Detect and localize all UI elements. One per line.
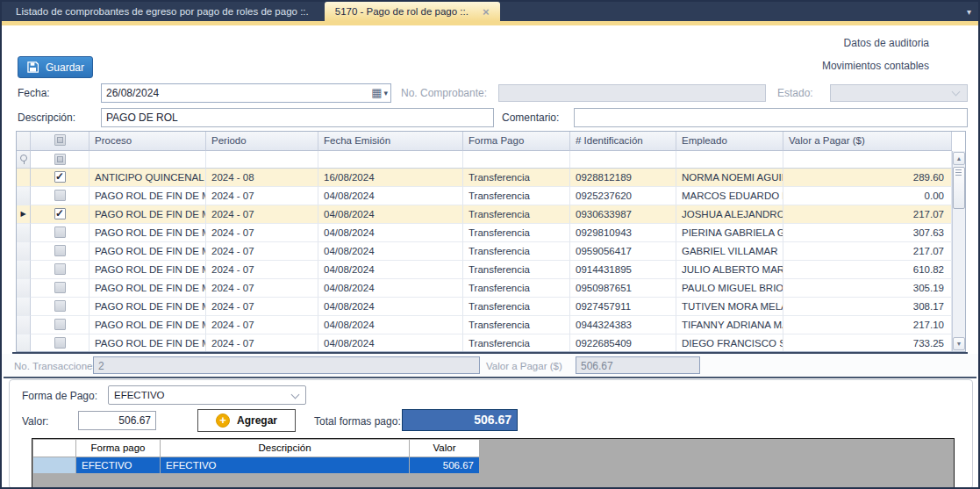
filter-checkbox-cell[interactable] — [31, 151, 89, 169]
table-row[interactable]: PAGO ROL DE FIN DE ME...2024 - 0704/08/2… — [17, 187, 952, 205]
save-button[interactable]: Guardar — [18, 56, 93, 78]
row-checkbox-cell[interactable] — [31, 224, 89, 242]
row-checkbox-cell[interactable]: ✓ — [31, 169, 89, 187]
row-checkbox-cell[interactable] — [31, 242, 89, 261]
cell-fecha-emision: 04/08/2024 — [318, 316, 463, 334]
row-checkbox[interactable] — [54, 263, 66, 275]
payment-table: Forma pagoDescripciónValor EFECTIVOEFECT… — [32, 438, 955, 489]
tab-pago-rol-active[interactable]: 5170 - Pago de rol de pago ::. × — [325, 2, 500, 21]
calendar-dropdown-icon[interactable]: ▾ — [383, 84, 388, 102]
tab-listado-comprobantes[interactable]: Listado de comprobantes de egreso por pa… — [2, 2, 325, 21]
cell-periodo: 2024 - 07 — [206, 187, 318, 205]
payment-cell-descripcion: EFECTIVO — [161, 457, 409, 473]
column-header-4[interactable]: Forma Pago — [463, 132, 570, 151]
column-header-2[interactable]: Periodo — [206, 132, 318, 151]
totals-strip: No. Transacciones 2 Valor a Pagar ($) 50… — [2, 354, 978, 377]
agregar-button[interactable]: + Agregar — [197, 409, 296, 432]
column-header-5[interactable]: # Identificación — [570, 132, 676, 151]
tab-overflow-caret-icon[interactable]: ▾ — [960, 2, 978, 21]
table-row[interactable]: PAGO ROL DE FIN DE ME...2024 - 0704/08/2… — [17, 224, 952, 242]
table-row[interactable]: ✓ANTICIPO QUINCENAL d...2024 - 0816/08/2… — [17, 169, 952, 187]
valor-value: 506.67 — [118, 414, 151, 427]
cell-empleado: NORMA NOEMI AGUILAR... — [676, 169, 783, 187]
cell-identificacion: 0914431895 — [570, 261, 676, 279]
filter-cell-4[interactable] — [463, 151, 570, 169]
cell-empleado: DIEGO FRANCISCO SAN... — [676, 334, 783, 352]
table-row[interactable]: PAGO ROL DE FIN DE ME...2024 - 0704/08/2… — [17, 298, 952, 316]
transacciones-value: 2 — [98, 360, 104, 372]
fecha-label: Fecha: — [18, 83, 50, 103]
row-indicator — [17, 224, 31, 242]
valor-input[interactable]: 506.67 — [78, 411, 156, 430]
filter-cell-7[interactable] — [783, 151, 952, 169]
table-row[interactable]: PAGO ROL DE FIN DE ME...2024 - 0704/08/2… — [17, 334, 952, 352]
cell-fecha-emision: 04/08/2024 — [318, 279, 463, 298]
column-header-3[interactable]: Fecha Emisión — [318, 132, 463, 151]
row-checkbox-cell[interactable] — [31, 316, 89, 334]
payment-table-row[interactable]: EFECTIVOEFECTIVO506.67 — [32, 457, 954, 473]
select-all-checkbox[interactable] — [54, 134, 66, 146]
row-checkbox[interactable] — [54, 190, 66, 201]
filter-cell-6[interactable] — [676, 151, 783, 169]
audit-data-link[interactable]: Datos de auditoria — [822, 37, 929, 49]
table-row[interactable]: PAGO ROL DE FIN DE ME...2024 - 0704/08/2… — [17, 242, 952, 261]
cell-valor: 733.25 — [783, 334, 952, 352]
cell-proceso: PAGO ROL DE FIN DE ME... — [89, 334, 206, 352]
row-checkbox-cell[interactable]: ✓ — [31, 205, 89, 224]
table-row[interactable]: ▶✓PAGO ROL DE FIN DE ME...2024 - 0704/08… — [17, 205, 952, 224]
row-checkbox[interactable] — [54, 227, 66, 238]
row-checkbox[interactable] — [54, 319, 66, 330]
cell-periodo: 2024 - 07 — [206, 316, 318, 334]
cell-identificacion: 0925237620 — [570, 187, 676, 205]
top-links: Datos de auditoria Movimientos contables — [822, 37, 929, 83]
tab-bar: Listado de comprobantes de egreso por pa… — [2, 2, 978, 21]
filter-checkbox[interactable] — [54, 154, 66, 165]
filter-cell-3[interactable] — [318, 151, 463, 169]
row-checkbox[interactable] — [54, 337, 66, 349]
row-checkbox[interactable] — [54, 245, 66, 256]
column-header-6[interactable]: Empleado — [676, 132, 783, 151]
row-checkbox-cell[interactable] — [31, 187, 89, 205]
table-row[interactable]: PAGO ROL DE FIN DE ME...2024 - 0704/08/2… — [17, 316, 952, 334]
table-row[interactable]: PAGO ROL DE FIN DE ME...2024 - 0704/08/2… — [17, 261, 952, 279]
cell-identificacion: 0929810943 — [570, 224, 676, 242]
filter-cell-2[interactable] — [206, 151, 318, 169]
payment-table-body: EFECTIVOEFECTIVO506.67 — [32, 457, 954, 473]
grid-filter-row[interactable] — [17, 151, 952, 169]
total-formas-value: 506.67 — [402, 409, 518, 431]
accounting-movements-link[interactable]: Movimientos contables — [822, 60, 929, 72]
fecha-input[interactable]: 26/08/2024 ▦ ▾ — [101, 83, 391, 103]
close-tab-icon[interactable]: × — [483, 6, 490, 18]
column-header-1[interactable]: Proceso — [89, 132, 206, 151]
filter-cell-1[interactable] — [89, 151, 206, 169]
scroll-down-icon[interactable]: ▼ — [953, 337, 965, 350]
row-indicator — [17, 298, 31, 316]
descripcion-input[interactable]: PAGO DE ROL — [101, 108, 494, 127]
table-row[interactable]: PAGO ROL DE FIN DE ME...2024 - 0704/08/2… — [17, 279, 952, 298]
cell-proceso: PAGO ROL DE FIN DE ME... — [89, 242, 206, 261]
row-indicator — [17, 316, 31, 334]
comentario-input[interactable] — [574, 108, 968, 127]
row-checkbox-cell[interactable] — [31, 261, 89, 279]
cell-periodo: 2024 - 08 — [206, 169, 318, 187]
row-checkbox[interactable]: ✓ — [54, 208, 66, 219]
row-checkbox-cell[interactable] — [31, 334, 89, 352]
cell-proceso: PAGO ROL DE FIN DE ME... — [89, 279, 206, 298]
cell-valor: 289.60 — [783, 169, 952, 187]
calendar-icon[interactable]: ▦ — [371, 84, 382, 102]
scroll-up-icon[interactable]: ▲ — [953, 152, 965, 165]
estado-select — [830, 84, 968, 102]
cell-identificacion: 0927457911 — [570, 298, 676, 316]
forma-pago-select[interactable]: EFECTIVO — [108, 385, 306, 405]
row-checkbox-cell[interactable] — [31, 298, 89, 316]
row-checkbox[interactable]: ✓ — [54, 171, 66, 183]
filter-pin-icon — [20, 155, 26, 164]
row-checkbox[interactable] — [54, 282, 66, 293]
row-checkbox-cell[interactable] — [31, 279, 89, 298]
cell-proceso: PAGO ROL DE FIN DE ME... — [89, 261, 206, 279]
column-header-7[interactable]: Valor a Pagar ($) — [783, 132, 952, 151]
grid-vertical-scrollbar[interactable]: ▲ ▼ — [952, 151, 965, 351]
select-all-header[interactable] — [31, 132, 89, 151]
filter-cell-5[interactable] — [570, 151, 676, 169]
row-checkbox[interactable] — [54, 300, 66, 312]
